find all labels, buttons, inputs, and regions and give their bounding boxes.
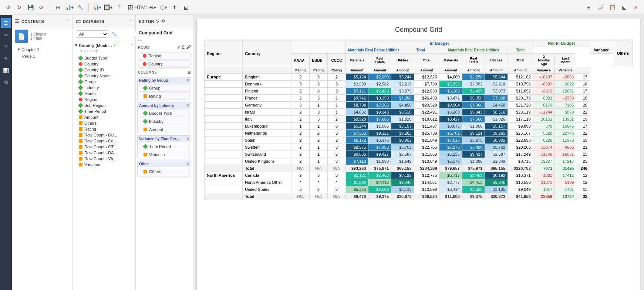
field-item-subregion[interactable]: Sub Region: [73, 102, 135, 108]
col-group-other-close[interactable]: ✕: [186, 162, 189, 166]
dataset-more-icon[interactable]: ⋯: [129, 43, 133, 48]
field-item-rowcount-bu...[interactable]: Row Count - BU...: [73, 132, 135, 138]
col-group-variance-close[interactable]: ✕: [186, 136, 189, 141]
tree-page1[interactable]: Page 1: [12, 53, 73, 60]
columns-grid-icon[interactable]: ⊞: [188, 70, 190, 74]
toolbar-insert-group: 📊▾ 🔲▾ T 🖼 HTML ⊕▾ ⬡▾ ⬆ ⬕: [92, 2, 191, 13]
editor-col-others[interactable]: Others: [139, 168, 190, 175]
rows-brush-icon[interactable]: 🖌: [186, 45, 190, 50]
cell-country: United Kingdom: [243, 158, 291, 165]
chart-type-button[interactable]: 📊▾: [92, 2, 102, 13]
field-item-country[interactable]: Country: [73, 61, 135, 67]
add-data-button[interactable]: 🔧: [75, 2, 85, 13]
field-item-countryid[interactable]: Country ID: [73, 67, 135, 73]
cell-ib_re: $2,439: [368, 88, 391, 95]
field-item-budgettype[interactable]: Budget Type: [73, 55, 135, 61]
field-item-rowcount-ra...[interactable]: Row Count - RA...: [73, 150, 135, 156]
field-item-others[interactable]: Others: [73, 120, 135, 126]
field-item-group[interactable]: Group: [73, 79, 135, 85]
datasets-filter-select[interactable]: All Dimensions Measures: [76, 30, 108, 38]
nav-settings-icon[interactable]: ⚙: [1, 53, 11, 64]
editor-filter-icon[interactable]: ▽: [156, 19, 159, 24]
close-panel-button[interactable]: ✕: [631, 2, 641, 13]
cell-cccc: 3: [328, 130, 346, 137]
nav-filter-icon[interactable]: ▽: [1, 41, 11, 52]
col-group-amount-close[interactable]: ✕: [186, 103, 189, 108]
collapse-button[interactable]: ⬕: [619, 2, 629, 13]
editor-col-variance[interactable]: Variance: [139, 151, 190, 158]
cell-region: [205, 158, 243, 165]
refresh-button[interactable]: ⟳: [36, 2, 47, 13]
export-btn[interactable]: ⬆: [169, 2, 180, 13]
col-nib-mat-amt: Amount: [439, 67, 462, 74]
add-chart-button[interactable]: 📊+: [64, 2, 74, 13]
editor-col-amount[interactable]: Amount: [139, 126, 190, 133]
nav-contents-icon[interactable]: ☰: [1, 18, 11, 28]
dataset-name-header[interactable]: ▾ Country (Mock ... ✓ ⋯: [73, 42, 135, 49]
cell-var_lm: -4566: [555, 144, 576, 151]
shape-button[interactable]: ⬡▾: [158, 2, 169, 13]
toolbar-sep-2: [88, 3, 89, 11]
nav-layers-icon[interactable]: ⧉: [1, 77, 11, 87]
editor-col-budgettype[interactable]: Budget Type: [139, 109, 190, 117]
field-item-region[interactable]: Region: [73, 97, 135, 102]
canvas-area[interactable]: Compound Grid Region Country In-Budget N…: [193, 15, 644, 290]
col-ib-ut-lbl: Utilities: [391, 54, 414, 67]
editor-options-icon: ⋯: [138, 38, 142, 43]
field-item-rowcount-co...[interactable]: Row Count - Co...: [73, 138, 135, 144]
cell-ib_re: $1,066: [368, 123, 391, 130]
undo-button[interactable]: ↺: [3, 2, 13, 13]
field-item-month[interactable]: Month: [73, 91, 135, 97]
contents-more-icon[interactable]: ⋯: [65, 19, 70, 24]
cell-var_2m: -16137: [533, 74, 554, 81]
editor-col-timeperiod[interactable]: Time Period: [139, 143, 190, 150]
cell-region: [205, 109, 243, 116]
editor-row-country[interactable]: Country: [138, 60, 190, 68]
datasets-more-icon[interactable]: ⋯: [128, 19, 132, 24]
cell-cccc: 1: [328, 95, 346, 102]
chapter-item[interactable]: 📄 1 Chapter 1 Page: [12, 28, 73, 44]
nav-chart-icon[interactable]: 📊: [1, 65, 11, 75]
top-toolbar: ↺ ↻ 💾 ⟳ ⊞ 📊+ 🔧 📊▾ 🔲▾ T 🖼 HTML ⊕▾ ⬡▾ ⬆ ⬕ …: [0, 0, 644, 15]
cell-var_lm: 15645: [555, 123, 576, 130]
field-item-rowcount-ot...[interactable]: Row Count - OT...: [73, 144, 135, 150]
grid-view-button[interactable]: ⊞: [583, 2, 594, 13]
cell-cccc: 3: [328, 123, 346, 130]
data-view-button[interactable]: 📋: [607, 2, 617, 13]
html-button[interactable]: HTML: [136, 2, 146, 13]
image-button[interactable]: 🖼: [125, 2, 135, 13]
col-ib-re-lbl: RealEstate: [368, 54, 391, 67]
editor-more-options[interactable]: ⋯: [136, 38, 193, 43]
cell-nib_re: $7,488: [462, 144, 485, 151]
field-item-rowcount-va...[interactable]: Row Count - VA...: [73, 156, 135, 162]
redo-button[interactable]: ↻: [14, 2, 24, 13]
text-button[interactable]: T: [114, 2, 124, 13]
cell-nib_mat: $11,908: [439, 193, 462, 200]
rows-sum-icon[interactable]: Σ: [182, 45, 185, 50]
editor-settings-icon[interactable]: ⚙: [161, 19, 165, 24]
field-item-variance[interactable]: Variance: [73, 162, 135, 168]
chart-view-button[interactable]: 📈: [595, 2, 606, 13]
editor-col-industry[interactable]: Industry: [139, 118, 190, 125]
cell-var_2m: -13074: [533, 144, 554, 151]
col-group-rating-close[interactable]: ✕: [186, 78, 189, 83]
add-element-button[interactable]: ⊕▾: [147, 2, 158, 13]
tree-chapter1[interactable]: ▾ Chapter 1: [12, 46, 73, 53]
nav-edit-icon[interactable]: ✏: [1, 30, 11, 40]
col-group-variance-header: Variance by Time Per... ✕: [138, 136, 191, 142]
insert-btn[interactable]: ⬕: [181, 2, 191, 13]
field-item-timeperiod[interactable]: Time Period: [73, 108, 135, 114]
rows-move-icon[interactable]: ⤢: [177, 45, 181, 50]
viz-button[interactable]: 🔲▾: [103, 2, 113, 13]
rows-label: Rows: [138, 45, 149, 50]
field-item-amount[interactable]: Amount: [73, 114, 135, 120]
editor-col-rating[interactable]: Rating: [139, 92, 190, 100]
field-item-rating[interactable]: Rating: [73, 126, 135, 132]
field-item-countryname[interactable]: Country Name: [73, 73, 135, 79]
editor-row-region[interactable]: Region: [138, 52, 190, 60]
layout-button[interactable]: ⊞: [53, 2, 63, 13]
editor-col-group[interactable]: Group: [139, 84, 190, 92]
save-button[interactable]: 💾: [25, 2, 36, 13]
cell-others: 246: [576, 165, 590, 172]
field-item-industry[interactable]: Industry: [73, 85, 135, 91]
